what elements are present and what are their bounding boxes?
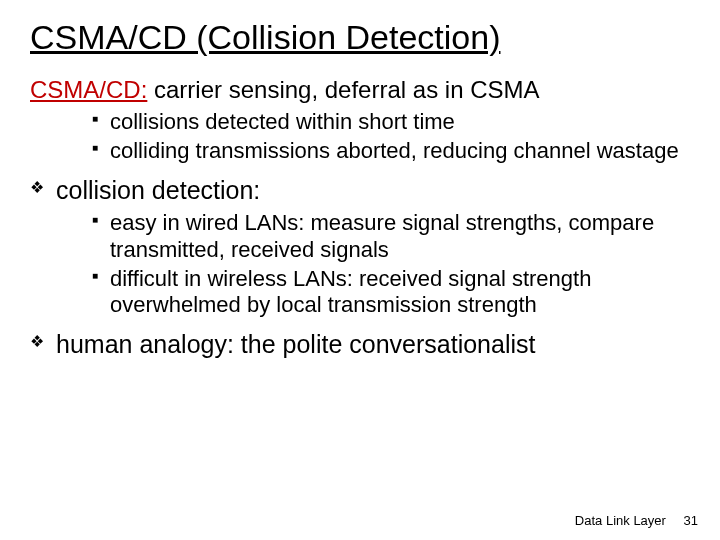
sub-list-2: easy in wired LANs: measure signal stren… <box>30 210 690 319</box>
footer-section: Data Link Layer <box>575 513 666 528</box>
list-item: colliding transmissions aborted, reducin… <box>92 138 690 165</box>
slide-title: CSMA/CD (Collision Detection) <box>30 18 690 57</box>
list-item: easy in wired LANs: measure signal stren… <box>92 210 690 264</box>
page-number: 31 <box>684 513 698 528</box>
footer: Data Link Layer 31 <box>575 513 698 528</box>
lead-red-text: CSMA/CD: <box>30 76 147 103</box>
human-analogy-line: human analogy: the polite conversational… <box>30 329 690 360</box>
sub-list-1: collisions detected within short time co… <box>30 109 690 165</box>
list-item: difficult in wireless LANs: received sig… <box>92 266 690 320</box>
lead-line: CSMA/CD: carrier sensing, deferral as in… <box>30 75 690 105</box>
slide: CSMA/CD (Collision Detection) CSMA/CD: c… <box>0 0 720 540</box>
lead-rest-text: carrier sensing, deferral as in CSMA <box>147 76 539 103</box>
list-item: collisions detected within short time <box>92 109 690 136</box>
collision-detection-heading: collision detection: <box>30 175 690 206</box>
